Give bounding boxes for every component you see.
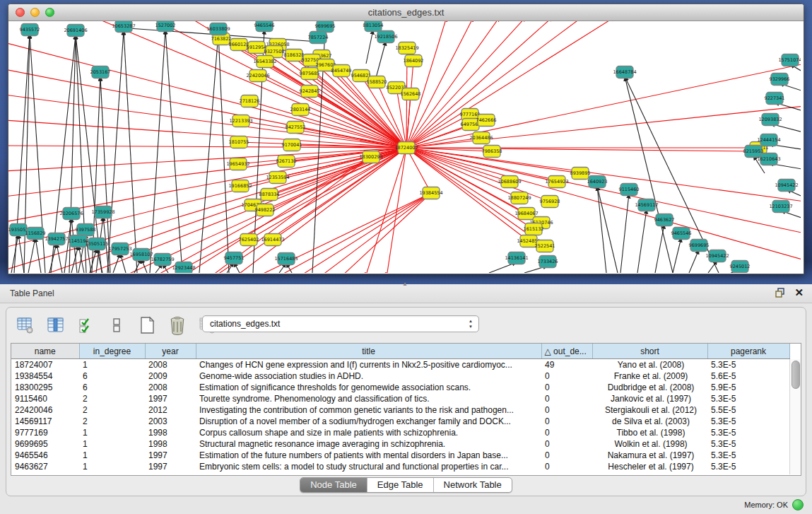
select-rows-icon[interactable] — [76, 315, 97, 336]
cell-title[interactable]: Estimation of significance thresholds fo… — [196, 382, 541, 393]
graph-nodes[interactable]: 2242004627181261221339392428452803144842… — [8, 21, 801, 273]
table-row[interactable]: 1938455462009Genome-wide association stu… — [11, 370, 789, 382]
graph-node[interactable]: 8939895 — [570, 168, 591, 180]
graph-node[interactable]: 9875685 — [300, 68, 320, 80]
scrollbar-thumb[interactable] — [792, 361, 800, 389]
cell-pagerank[interactable]: 5.3E-5 — [707, 438, 789, 450]
cell-pagerank[interactable]: 5.3E-5 — [707, 461, 789, 472]
graph-node[interactable]: 8267130 — [276, 156, 297, 168]
cell-title[interactable]: Disruption of a novel member of a sodium… — [196, 416, 541, 427]
graph-node[interactable]: 20206576 — [59, 208, 83, 220]
graph-node[interactable]: 18300295 — [359, 151, 382, 163]
table-row[interactable]: 946554611997Estimation of the future num… — [11, 450, 789, 461]
cell-year[interactable]: 2003 — [145, 416, 196, 427]
graph-node[interactable]: 12923448 — [172, 262, 195, 274]
table-row[interactable]: 946362711997Embryonic stem cells: a mode… — [11, 461, 789, 472]
network-graph-canvas[interactable]: 2242004627181261221339392428452803144842… — [8, 21, 802, 273]
graph-node[interactable]: 22420046 — [246, 70, 269, 82]
cell-title[interactable]: Estimation of the future numbers of pati… — [196, 450, 541, 461]
cell-short[interactable]: Nakamura et al. (1997) — [592, 450, 707, 461]
graph-node[interactable]: 9699695 — [315, 21, 336, 33]
row-height-icon[interactable] — [106, 315, 127, 336]
table-row[interactable]: 1872400712008Changes of HCN gene express… — [11, 359, 789, 371]
graph-node[interactable]: 9245012 — [730, 261, 751, 273]
graph-node[interactable]: 12103237 — [769, 201, 792, 213]
cell-short[interactable]: Dudbridge et al. (2008) — [592, 382, 707, 393]
table-row[interactable]: 2242004622012Investigating the contribut… — [11, 404, 789, 416]
column-header-in_degree[interactable]: in_degree — [79, 344, 145, 359]
cell-in_degree[interactable]: 2 — [79, 416, 145, 427]
table-row[interactable]: 977716911998Corpus callosum shape and si… — [11, 427, 789, 438]
graph-node[interactable]: 12353594 — [266, 172, 289, 184]
graph-node[interactable]: 16210643 — [757, 153, 780, 165]
column-header-short[interactable]: short — [592, 344, 707, 359]
vertical-scrollbar[interactable] — [789, 359, 801, 474]
memory-status-indicator[interactable] — [792, 499, 804, 510]
column-header-out_degree[interactable]: △ out_de... — [541, 344, 592, 359]
graph-node[interactable]: 1733426 — [538, 256, 558, 268]
graph-node[interactable]: 2803144 — [290, 104, 311, 116]
graph-node[interactable]: 9242845 — [300, 86, 320, 98]
graph-node[interactable]: 19654932 — [226, 158, 249, 170]
cell-year[interactable]: 2012 — [145, 404, 196, 416]
graph-node[interactable]: 10945422 — [705, 250, 729, 262]
graph-node[interactable]: 20364486 — [469, 132, 493, 144]
table-row[interactable]: 969969511998Structural magnetic resonanc… — [11, 438, 789, 450]
cell-out_degree[interactable]: 49 — [541, 359, 592, 371]
table-selector-dropdown[interactable]: citations_edges.txt ▲▼ — [202, 315, 479, 332]
graph-node[interactable]: 13942757 — [45, 233, 68, 245]
cell-year[interactable]: 2008 — [145, 382, 196, 393]
cell-pagerank[interactable]: 5.3E-5 — [707, 427, 789, 438]
graph-node[interactable]: 19218506 — [374, 31, 397, 43]
column-header-name[interactable]: name — [11, 344, 79, 359]
graph-node[interactable]: 10653287 — [112, 21, 135, 33]
panel-resize-handle[interactable]: ▲ — [402, 282, 411, 286]
column-header-pagerank[interactable]: pagerank — [707, 344, 789, 359]
cell-pagerank[interactable]: 5.5E-5 — [707, 404, 789, 416]
cell-name[interactable]: 9115460 — [11, 393, 79, 404]
cell-short[interactable]: Franke et al. (2009) — [592, 370, 707, 382]
cell-short[interactable]: Jankovic et al. (1997) — [592, 393, 707, 404]
node-table[interactable]: namein_degreeyeartitle△ out_de...shortpa… — [11, 343, 801, 476]
cell-name[interactable]: 19384554 — [11, 370, 79, 382]
cell-pagerank[interactable]: 5.3E-5 — [707, 416, 789, 427]
graph-node[interactable]: 16958107 — [129, 249, 153, 261]
cell-title[interactable]: Changes of HCN gene expression and I(f) … — [196, 359, 541, 371]
graph-node[interactable]: 9227341 — [765, 93, 785, 105]
citation-network-graph[interactable]: 2242004627181261221339392428452803144842… — [8, 21, 801, 273]
graph-node[interactable]: 9463627 — [654, 214, 675, 226]
table-header-row[interactable]: namein_degreeyeartitle△ out_de...shortpa… — [11, 344, 789, 359]
tab-edge-table[interactable]: Edge Table — [367, 478, 434, 492]
graph-node[interactable]: 16543382 — [253, 56, 276, 68]
network-window-titlebar[interactable]: citations_edges.txt — [8, 4, 804, 21]
cell-year[interactable]: 2008 — [145, 359, 196, 371]
graph-node[interactable]: 20691406 — [64, 25, 87, 37]
graph-node[interactable]: 12213393 — [229, 115, 252, 127]
close-panel-icon[interactable]: ✕ — [794, 287, 804, 298]
cell-name[interactable]: 9463627 — [11, 461, 79, 472]
cell-in_degree[interactable]: 6 — [79, 370, 145, 382]
cell-out_degree[interactable]: 0 — [541, 416, 592, 427]
graph-node[interactable]: 9457751 — [224, 252, 245, 264]
cell-title[interactable]: Structural magnetic resonance image aver… — [196, 438, 541, 450]
cell-out_degree[interactable]: 0 — [541, 370, 592, 382]
cell-year[interactable]: 1998 — [145, 427, 196, 438]
tab-node-table[interactable]: Node Table — [300, 478, 367, 492]
graph-node[interactable]: 8813054 — [363, 21, 384, 32]
graph-node[interactable]: 2718126 — [240, 95, 260, 107]
cell-out_degree[interactable]: 0 — [541, 404, 592, 416]
graph-node[interactable]: 17359928 — [91, 206, 114, 218]
column-header-title[interactable]: title — [196, 344, 541, 359]
cell-title[interactable]: Corpus callosum shape and size in male p… — [196, 427, 541, 438]
graph-node[interactable]: 9465546 — [671, 228, 692, 240]
graph-node-hub[interactable]: 18724007 — [394, 142, 418, 154]
cell-name[interactable]: 9699695 — [11, 438, 79, 450]
cell-pagerank[interactable]: 5.3E-5 — [707, 359, 789, 371]
cell-in_degree[interactable]: 6 — [79, 382, 145, 393]
cell-out_degree[interactable]: 0 — [541, 393, 592, 404]
graph-node[interactable]: 1615132 — [524, 223, 544, 235]
graph-node[interactable]: 17654923 — [545, 176, 568, 188]
graph-node[interactable]: 7857224 — [308, 32, 329, 44]
cell-short[interactable]: Stergiakouli et al. (2012) — [592, 404, 707, 416]
graph-node[interactable]: 8454749 — [331, 65, 352, 77]
